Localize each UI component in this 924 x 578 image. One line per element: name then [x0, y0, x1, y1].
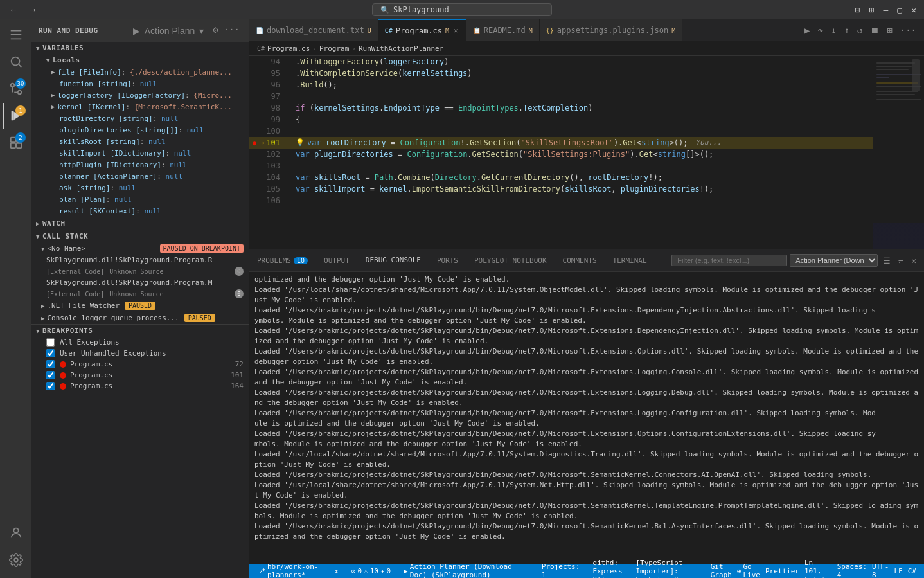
tab-problems[interactable]: PROBLEMS 10: [249, 249, 316, 271]
var-kernel[interactable]: ▶ kernel [IKernel]: {Microsoft.SemanticK…: [31, 101, 249, 113]
sidebar-item-source-control[interactable]: 30: [3, 76, 28, 102]
callstack-header[interactable]: ▼ CALL STACK: [31, 230, 249, 242]
cl-arrow: ▶: [41, 315, 44, 321]
panel-list-icon[interactable]: ☰: [880, 255, 893, 267]
bp-all-exceptions[interactable]: All Exceptions: [31, 337, 249, 348]
tab-polyglot[interactable]: POLYGLOT NOTEBOOK: [466, 249, 555, 271]
sidebar-item-explorer[interactable]: [3, 22, 28, 48]
debug-continue-icon[interactable]: ▶: [802, 24, 812, 37]
sidebar-item-accounts[interactable]: [3, 520, 28, 546]
split-icon[interactable]: ⊞: [867, 4, 877, 16]
search-bar[interactable]: 🔍 SkPlayground: [372, 3, 552, 16]
close-icon[interactable]: ✕: [909, 4, 919, 16]
bc-method[interactable]: RunWithActionPlanner: [359, 44, 443, 53]
status-eol[interactable]: LF: [892, 567, 905, 575]
var-function[interactable]: function [string]: null: [31, 78, 249, 89]
bc-program-cs[interactable]: Program.cs: [267, 44, 310, 53]
bp-164-checkbox[interactable]: [46, 382, 55, 390]
debug-restart-icon[interactable]: ↺: [855, 24, 865, 37]
split-editor-icon[interactable]: ⊞: [884, 24, 894, 37]
var-loggerfactory[interactable]: ▶ loggerFactory [ILoggerFactory]: {Micro…: [31, 89, 249, 101]
debug-step-into-icon[interactable]: ↓: [828, 24, 839, 37]
forward-button[interactable]: →: [24, 3, 41, 16]
tab-comments[interactable]: COMMENTS: [555, 249, 605, 271]
variables-header[interactable]: ▼ VARIABLES: [31, 42, 249, 54]
status-github[interactable]: githd: Express Off: [590, 559, 633, 579]
callstack-external-1[interactable]: [External Code] Unknown Source 0: [31, 266, 249, 277]
bp-101-checkbox[interactable]: [46, 371, 55, 379]
more-icon[interactable]: ···: [222, 23, 241, 39]
tab-close-2[interactable]: ✕: [452, 26, 459, 35]
status-go-live[interactable]: ⊕ Go Live: [734, 563, 763, 578]
status-errors[interactable]: ⊘ 0 ⚠ 10 ✦ 0: [349, 564, 393, 578]
minimize-icon[interactable]: —: [881, 4, 891, 16]
bp-72-checkbox[interactable]: [46, 360, 55, 368]
bp-program-101[interactable]: Program.cs 101: [31, 370, 249, 381]
bp-all-checkbox[interactable]: [46, 338, 55, 347]
more-actions-icon[interactable]: ···: [898, 24, 919, 37]
status-branch[interactable]: ⎇ hbr/work-on-planners*: [254, 564, 324, 578]
sidebar-item-search[interactable]: [3, 49, 28, 75]
var-ask[interactable]: ask [string]: null: [31, 182, 249, 194]
back-button[interactable]: ←: [5, 3, 22, 16]
panel-close-icon[interactable]: ✕: [909, 255, 919, 267]
breakpoints-header[interactable]: ▼ BREAKPOINTS: [31, 325, 249, 337]
var-rootdirectory[interactable]: rootDirectory [string]: null: [31, 113, 249, 124]
callstack-group-noname[interactable]: ▼ <No Name> PAUSED ON BREAKPOINT: [31, 242, 249, 255]
tab-terminal[interactable]: TERMINAL: [605, 249, 655, 271]
maximize-icon[interactable]: ▢: [894, 4, 905, 16]
callstack-item-1[interactable]: SkPlayground.dll!SkPlayground.Program.R: [31, 255, 249, 266]
tab-readme[interactable]: 📋 README.md M: [466, 19, 540, 41]
status-prettier[interactable]: Prettier: [763, 567, 802, 575]
var-plugindirectories[interactable]: pluginDirectories [string[]]: null: [31, 124, 249, 136]
layout-icon[interactable]: ⊟: [853, 4, 863, 16]
var-plan[interactable]: plan [Plan]: null: [31, 194, 249, 205]
debug-stop-icon[interactable]: ⏹: [867, 24, 882, 37]
tab-output[interactable]: OUTPUT: [316, 249, 358, 271]
sidebar-item-run-debug[interactable]: 1: [3, 103, 28, 129]
bp-user-checkbox[interactable]: [46, 349, 55, 357]
status-projects[interactable]: Projects: 1: [539, 564, 583, 578]
locals-header[interactable]: ▼ Locals: [31, 54, 249, 66]
watch-header[interactable]: ▶ WATCH: [31, 217, 249, 230]
callstack-group-filewatcher[interactable]: ▶ .NET File Watcher PAUSED: [31, 300, 249, 312]
var-file[interactable]: ▶ file [FileInfo]: {./desc/action_planne…: [31, 66, 249, 78]
status-debug-action[interactable]: ▶ Action Planner (Download Doc) (SkPlayg…: [401, 564, 531, 578]
action-plan-button[interactable]: ▶ Action Plann ▾: [128, 23, 209, 39]
tab-ports[interactable]: PORTS: [429, 249, 466, 271]
var-planner[interactable]: planner [ActionPlanner]: null: [31, 170, 249, 182]
lightbulb-icon[interactable]: 💡: [296, 137, 305, 149]
bc-program[interactable]: Program: [319, 44, 349, 53]
status-line-col[interactable]: Ln 101, Col 1: [802, 559, 835, 579]
config-icon[interactable]: ⚙: [211, 23, 219, 39]
tab-download-doc[interactable]: 📄 download_document.txt U: [249, 19, 378, 41]
status-ts-importer[interactable]: [TypeScript Importer]: Symbols: 0: [633, 559, 707, 579]
status-sync[interactable]: ↕: [332, 564, 341, 578]
callstack-group-consolelogger[interactable]: ▶ Console logger queue process... PAUSED: [31, 312, 249, 324]
debug-step-out-icon[interactable]: ↑: [841, 24, 851, 37]
status-git-graph[interactable]: Git Graph: [708, 563, 734, 578]
sidebar-item-extensions[interactable]: 2: [3, 130, 28, 156]
panel-dropdown[interactable]: Action Planner (Down: [790, 254, 878, 267]
callstack-item-2[interactable]: SkPlayground.dll!SkPlayground.Program.M: [31, 277, 249, 288]
tab-program-cs[interactable]: C# Program.cs M ✕: [378, 19, 466, 41]
panel-word-wrap-icon[interactable]: ⇌: [896, 255, 906, 267]
var-result[interactable]: result [SKContext]: null: [31, 205, 249, 217]
var-skillsroot[interactable]: skillsRoot [string]: null: [31, 136, 249, 147]
svg-point-15: [14, 558, 18, 562]
callstack-external-2[interactable]: [External Code] Unknown Source 0: [31, 288, 249, 300]
bp-user-unhandled[interactable]: User-Unhandled Exceptions: [31, 348, 249, 359]
sidebar-item-settings[interactable]: [3, 547, 28, 573]
debug-step-over-icon[interactable]: ↷: [815, 24, 826, 37]
var-skillimport[interactable]: skillImport [IDictionary]: null: [31, 147, 249, 159]
bp-program-72[interactable]: Program.cs 72: [31, 359, 249, 370]
panel-filter-input[interactable]: [671, 255, 787, 266]
status-lang[interactable]: C#: [905, 567, 919, 575]
status-spaces[interactable]: Spaces: 4: [835, 563, 869, 578]
tab-appsettings[interactable]: {} appsettings.plugins.json M: [540, 19, 682, 41]
tab-debug-console[interactable]: DEBUG CONSOLE: [358, 249, 429, 271]
ports-label: PORTS: [437, 257, 458, 265]
status-encoding[interactable]: UTF-8: [869, 563, 892, 578]
bp-program-164[interactable]: Program.cs 164: [31, 381, 249, 392]
var-httpplugin[interactable]: httpPlugin [IDictionary]: null: [31, 159, 249, 170]
